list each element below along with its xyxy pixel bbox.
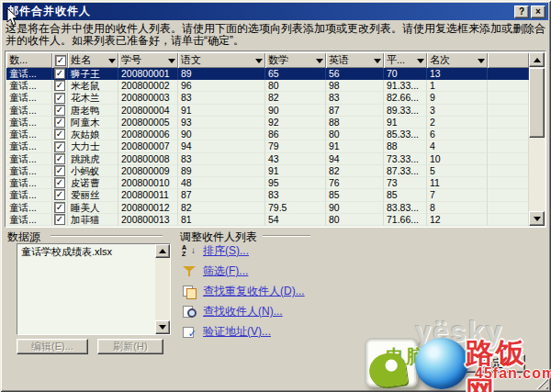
data-source-listbox[interactable]: 童话学校成绩表.xlsx bbox=[17, 243, 171, 335]
ok-button[interactable]: 确定 bbox=[459, 354, 525, 373]
table-scrollbar[interactable] bbox=[529, 52, 545, 226]
column-header-math[interactable]: 数学 bbox=[265, 52, 326, 68]
column-header-rank[interactable]: 名次 bbox=[427, 52, 488, 68]
table-row[interactable]: 童话...✓睡美人2008000128279.59083.83...8 bbox=[6, 202, 529, 214]
row-checkbox-cell[interactable]: ✓ bbox=[52, 105, 68, 117]
row-checkbox-cell[interactable]: ✓ bbox=[52, 129, 68, 140]
row-checkbox[interactable]: ✓ bbox=[54, 68, 65, 79]
row-checkbox-cell[interactable]: ✓ bbox=[52, 165, 68, 177]
edit-button[interactable]: 编辑(E)... bbox=[17, 339, 88, 354]
filter-dropdown-icon[interactable] bbox=[255, 59, 263, 67]
table-row[interactable]: 童话...✓小蚂蚁20080000989918287.33...5 bbox=[6, 165, 529, 177]
table-row[interactable]: 童话...✓阿童木200800005939288912 bbox=[6, 117, 529, 129]
filter-dropdown-icon[interactable] bbox=[374, 59, 381, 67]
row-checkbox[interactable]: ✓ bbox=[54, 177, 65, 188]
column-header-average[interactable]: 平... bbox=[384, 52, 427, 68]
listbox-scroll-up-button[interactable] bbox=[155, 244, 170, 258]
column-header-student-id[interactable]: 学号 bbox=[118, 52, 178, 68]
listbox-scroll-down-button[interactable] bbox=[155, 320, 170, 334]
scroll-up-button[interactable] bbox=[529, 52, 545, 67]
help-button[interactable]: ? bbox=[514, 6, 529, 18]
table-row[interactable]: 童话...✓跳跳虎20080000883439473.33...10 bbox=[6, 153, 529, 165]
row-checkbox-cell[interactable]: ✓ bbox=[52, 214, 68, 226]
row-checkbox-cell[interactable]: ✓ bbox=[52, 153, 68, 165]
row-checkbox[interactable]: ✓ bbox=[54, 214, 65, 225]
row-checkbox[interactable]: ✓ bbox=[54, 80, 65, 91]
titlebar[interactable]: 邮件合并收件人 ? × bbox=[3, 3, 548, 20]
cell-name: 唐老鸭 bbox=[68, 105, 118, 117]
row-checkbox[interactable]: ✓ bbox=[54, 129, 65, 140]
row-checkbox-cell[interactable]: ✓ bbox=[52, 202, 68, 214]
cell-english: 88 bbox=[326, 117, 384, 129]
column-header-chinese[interactable]: 语文 bbox=[178, 52, 265, 68]
refine-link[interactable]: 查找重复收件人(D)... bbox=[203, 284, 305, 299]
row-checkbox[interactable]: ✓ bbox=[54, 153, 65, 164]
table-row[interactable]: 童话...✓花木兰20080000383828382.66...9 bbox=[6, 92, 529, 104]
filter-dropdown-icon[interactable] bbox=[316, 59, 323, 67]
resize-grip[interactable] bbox=[536, 377, 548, 389]
cell-source: 童话... bbox=[6, 177, 52, 189]
close-button[interactable]: × bbox=[531, 6, 545, 18]
cell-source: 童话... bbox=[6, 129, 52, 140]
table-row[interactable]: 童话...✓狮子王2008000018965567013 bbox=[6, 68, 529, 80]
cell-student-id: 200800001 bbox=[118, 68, 178, 80]
row-checkbox[interactable]: ✓ bbox=[54, 189, 65, 200]
listbox-scrollbar[interactable] bbox=[155, 244, 170, 334]
row-checkbox-cell[interactable]: ✓ bbox=[52, 177, 68, 189]
cell-math: 54 bbox=[265, 214, 326, 226]
row-checkbox-cell[interactable]: ✓ bbox=[52, 189, 68, 201]
refine-link[interactable]: 验证地址(V)... bbox=[203, 324, 271, 340]
scroll-down-button[interactable] bbox=[529, 211, 545, 226]
cell-source: 童话... bbox=[6, 117, 52, 129]
column-header-name[interactable]: 姓名 bbox=[68, 52, 118, 68]
cell-english: 85 bbox=[326, 189, 384, 201]
row-checkbox-cell[interactable]: ✓ bbox=[52, 68, 68, 80]
row-checkbox[interactable]: ✓ bbox=[54, 105, 65, 116]
row-checkbox[interactable]: ✓ bbox=[54, 141, 65, 152]
cell-source: 童话... bbox=[6, 165, 52, 177]
refine-link[interactable]: 排序(S)... bbox=[203, 243, 249, 259]
column-header-checkbox[interactable]: ✓ bbox=[52, 52, 68, 68]
row-checkbox[interactable]: ✓ bbox=[54, 202, 65, 213]
refine-link[interactable]: 筛选(F)... bbox=[203, 263, 248, 279]
cell-rank: 5 bbox=[427, 165, 488, 177]
cell-chinese: 81 bbox=[178, 214, 265, 226]
column-header-filler bbox=[488, 52, 529, 68]
cell-name: 阿童木 bbox=[68, 117, 118, 129]
row-checkbox-cell[interactable]: ✓ bbox=[52, 140, 68, 152]
table-row[interactable]: 童话...✓米老鼠20080000296809891.33...1 bbox=[6, 80, 529, 92]
row-checkbox[interactable]: ✓ bbox=[54, 93, 65, 104]
cell-name: 灰姑娘 bbox=[68, 129, 118, 140]
cell-english: 83 bbox=[326, 92, 384, 104]
row-checkbox-cell[interactable]: ✓ bbox=[52, 117, 68, 129]
table-row[interactable]: 童话...✓加菲猫20080001381548071.66...12 bbox=[6, 214, 529, 226]
row-checkbox-cell[interactable]: ✓ bbox=[52, 92, 68, 104]
column-header-source[interactable]: 数... bbox=[6, 52, 52, 68]
table-row[interactable]: 童话...✓皮诺曹2008000104895767311 bbox=[6, 177, 529, 189]
scrollbar-thumb[interactable] bbox=[529, 68, 545, 138]
filter-dropdown-icon[interactable] bbox=[478, 59, 485, 67]
cell-chinese: 90 bbox=[178, 129, 265, 140]
cell-filler bbox=[488, 165, 529, 177]
refresh-button[interactable]: 刷新(H) bbox=[97, 339, 163, 354]
table-row[interactable]: 童话...✓大力士200800007947991884 bbox=[6, 140, 529, 152]
cell-english: 87 bbox=[326, 105, 384, 117]
filter-dropdown-icon[interactable] bbox=[168, 59, 175, 67]
cell-math: 79.5 bbox=[265, 202, 326, 214]
column-header-english[interactable]: 英语 bbox=[326, 52, 384, 68]
cell-chinese: 93 bbox=[178, 117, 265, 129]
row-checkbox[interactable]: ✓ bbox=[54, 117, 65, 128]
select-all-checkbox[interactable]: ✓ bbox=[55, 55, 66, 66]
filter-dropdown-icon[interactable] bbox=[108, 59, 116, 67]
data-source-file[interactable]: 童话学校成绩表.xlsx bbox=[17, 244, 170, 260]
filter-dropdown-icon[interactable] bbox=[417, 59, 424, 67]
cell-chinese: 94 bbox=[178, 140, 265, 152]
cell-math: 82 bbox=[265, 92, 326, 104]
table-row[interactable]: 童话...✓灰姑娘20080000690868085.33...6 bbox=[6, 129, 529, 140]
cell-math: 80 bbox=[265, 80, 326, 92]
row-checkbox-cell[interactable]: ✓ bbox=[52, 80, 68, 92]
table-row[interactable]: 童话...✓爱丽丝200800011878385857 bbox=[6, 189, 529, 201]
refine-link[interactable]: 查找收件人(N)... bbox=[203, 304, 283, 319]
table-row[interactable]: 童话...✓唐老鸭20080000491908789.33...3 bbox=[6, 105, 529, 117]
row-checkbox[interactable]: ✓ bbox=[54, 165, 65, 176]
